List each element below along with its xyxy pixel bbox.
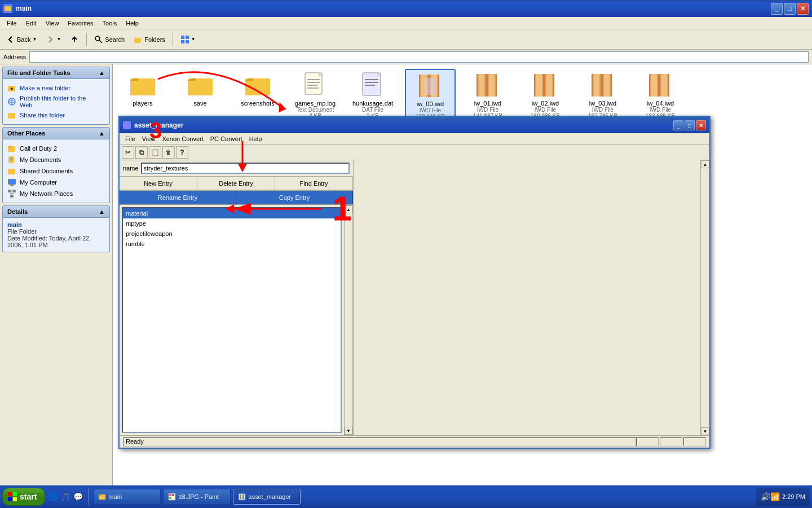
find-entry-button[interactable]: Find Entry xyxy=(275,177,353,190)
status-box-1 xyxy=(636,437,659,446)
ql-media-icon[interactable]: 🎵 xyxy=(60,491,71,502)
menu-edit[interactable]: Edit xyxy=(21,19,41,28)
views-dropdown-icon: ▼ xyxy=(191,37,196,42)
list-item-material[interactable]: material xyxy=(123,208,341,218)
publish-folder-link[interactable]: Publish this folder to theWeb xyxy=(7,94,105,110)
taskbar-item-asset-manager[interactable]: asset_manager xyxy=(233,489,301,505)
new-entry-button[interactable]: New Entry xyxy=(120,177,197,190)
file-item-gameslog[interactable]: games_mp.log Text Document 3 KB xyxy=(290,69,341,123)
svg-rect-96 xyxy=(239,493,245,500)
scroll-up-btn[interactable]: ▲ xyxy=(345,205,352,213)
am-help-btn[interactable]: ? xyxy=(176,146,188,159)
am-name-input[interactable] xyxy=(141,163,350,174)
am-menu-help[interactable]: Help xyxy=(246,135,266,143)
am-menu-pc[interactable]: PC Convert xyxy=(207,135,246,143)
svg-rect-25 xyxy=(8,190,11,192)
am-delete-btn[interactable]: 🗑 xyxy=(162,146,175,159)
file-item-save[interactable]: save xyxy=(175,69,226,123)
file-item-iw02[interactable]: iw_02.iwd IWD File 160,986 KB xyxy=(520,69,571,123)
am-list-scrollbar[interactable]: ▲ ▼ xyxy=(344,205,353,435)
place-mydocs[interactable]: My Documents xyxy=(7,154,105,165)
menu-help[interactable]: Help xyxy=(121,19,143,28)
am-menu-xenon[interactable]: Xenon Convert xyxy=(158,135,206,143)
am-menu-view[interactable]: View xyxy=(139,135,159,143)
file-item-screenshots[interactable]: screenshots xyxy=(232,69,283,123)
tasks-header[interactable]: File and Folder Tasks ▲ xyxy=(2,67,110,79)
places-content: Call of Duty 2 My Documents xyxy=(2,139,110,203)
close-button[interactable]: ✕ xyxy=(797,3,809,15)
copy-entry-button[interactable]: Copy Entry xyxy=(236,191,353,204)
list-item-projectileweapon[interactable]: projectileweapon xyxy=(123,229,341,239)
file-item-iw01[interactable]: iw_01.iwd IWD File 141,687 KB xyxy=(462,69,513,123)
details-section: Details ▲ main File Folder Date Modified… xyxy=(2,205,110,252)
place-network[interactable]: My Network Places xyxy=(7,188,105,199)
taskbar: start 🎵 💬 main tt8.JPG - Paint xyxy=(0,485,812,508)
am-maximize-btn[interactable]: □ xyxy=(685,120,695,130)
am-copy-btn[interactable]: ⧉ xyxy=(135,146,148,159)
places-collapse-icon: ▲ xyxy=(99,130,105,137)
back-button[interactable]: Back ▼ xyxy=(2,33,41,46)
share-folder-link[interactable]: Share this folder xyxy=(7,110,105,121)
start-button[interactable]: start xyxy=(2,488,45,506)
list-item-mptype[interactable]: mptype xyxy=(123,218,341,229)
am-entries-list[interactable]: material mptype projectileweapon rumble xyxy=(122,207,342,433)
address-input[interactable] xyxy=(29,51,809,63)
am-close-btn[interactable]: ✕ xyxy=(696,120,706,130)
search-button[interactable]: Search xyxy=(90,33,129,46)
right-scroll-up[interactable]: ▲ xyxy=(701,160,709,168)
places-header[interactable]: Other Places ▲ xyxy=(2,127,110,139)
file-item-hunkdat[interactable]: hunkusage.dat DAT File 2 KB xyxy=(347,69,398,123)
svg-line-3 xyxy=(99,40,102,43)
svg-rect-16 xyxy=(8,156,14,163)
menu-view[interactable]: View xyxy=(41,19,64,28)
file-item-iw00[interactable]: iw_00.iwd IWD File 168,446 KB xyxy=(405,69,456,123)
minimize-button[interactable]: _ xyxy=(771,3,783,15)
am-menu-bar: File View Xenon Convert PC Convert Help xyxy=(120,133,709,144)
file-item-iw03[interactable]: iw_03.iwd IWD File 162,785 KB xyxy=(577,69,628,123)
screenshots-folder-icon xyxy=(244,72,271,99)
svg-rect-24 xyxy=(9,186,15,186)
am-paste-btn[interactable]: 📋 xyxy=(149,146,161,159)
delete-entry-button[interactable]: Delete Entry xyxy=(197,177,275,190)
am-right-scrollbar[interactable]: ▲ ▼ xyxy=(700,160,709,435)
toolbar-separator xyxy=(86,33,87,46)
up-button[interactable] xyxy=(66,33,83,46)
menu-file[interactable]: File xyxy=(2,19,21,28)
status-box-3 xyxy=(683,437,706,446)
svg-rect-87 xyxy=(13,497,17,501)
file-item-iw04[interactable]: iw_04.iwd IWD File 163,686 KB xyxy=(635,69,686,123)
folders-button[interactable]: Folders xyxy=(130,33,169,46)
am-right-content xyxy=(354,160,700,435)
right-scroll-down[interactable]: ▼ xyxy=(701,427,709,435)
forward-button[interactable]: ▼ xyxy=(42,33,65,46)
place-cod2[interactable]: Call of Duty 2 xyxy=(7,143,105,154)
am-toolbar: ✂ ⧉ 📋 🗑 ? xyxy=(120,144,709,160)
menu-tools[interactable]: Tools xyxy=(98,19,122,28)
publish-icon xyxy=(7,97,16,106)
menu-favorites[interactable]: Favorites xyxy=(63,19,98,28)
views-button[interactable]: ▼ xyxy=(176,33,200,46)
make-new-folder-link[interactable]: Make a new folder xyxy=(7,82,105,94)
maximize-button[interactable]: □ xyxy=(784,3,796,15)
ql-ie-icon[interactable] xyxy=(47,491,59,502)
ql-messenger-icon[interactable]: 💬 xyxy=(72,491,83,502)
file-item-players[interactable]: players xyxy=(117,69,168,123)
network-icon xyxy=(7,189,16,198)
place-shared[interactable]: Shared Documents xyxy=(7,165,105,177)
place-mycomputer[interactable]: My Computer xyxy=(7,177,105,188)
details-header[interactable]: Details ▲ xyxy=(2,205,110,218)
iw04-icon xyxy=(647,72,674,99)
scroll-down-btn[interactable]: ▼ xyxy=(345,427,352,435)
taskbar-item-paint[interactable]: tt8.JPG - Paint xyxy=(163,489,231,505)
taskbar-item-main[interactable]: main xyxy=(93,489,161,505)
taskbar-items: main tt8.JPG - Paint asset_manager xyxy=(93,489,756,505)
am-cut-btn[interactable]: ✂ xyxy=(122,146,134,159)
iw02-icon xyxy=(532,72,559,99)
am-content: name New Entry Delete Entry Find Entry R… xyxy=(120,160,709,435)
am-menu-file[interactable]: File xyxy=(122,135,139,143)
am-minimize-btn[interactable]: _ xyxy=(673,120,683,130)
svg-rect-98 xyxy=(242,494,244,499)
rename-entry-button[interactable]: Rename Entry xyxy=(120,191,236,204)
toolbar-separator2 xyxy=(173,33,173,46)
list-item-rumble[interactable]: rumble xyxy=(123,239,341,249)
